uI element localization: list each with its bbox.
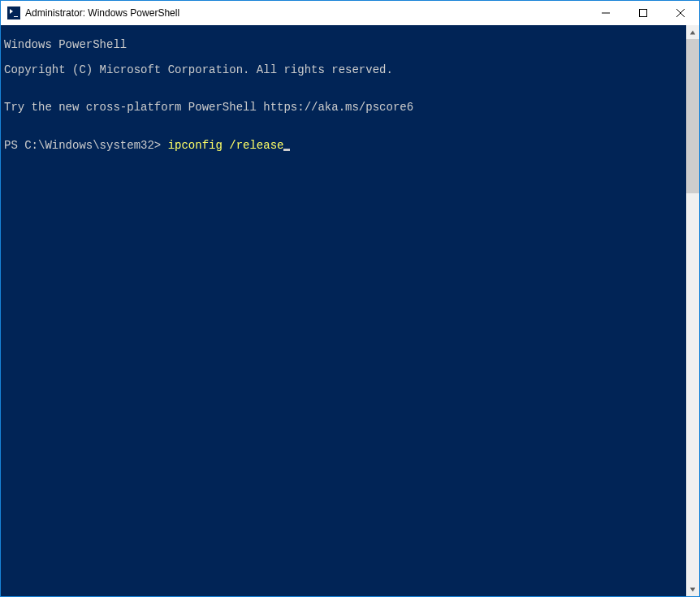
- cursor: [283, 149, 290, 151]
- scroll-down-button[interactable]: [686, 582, 699, 596]
- output-line: Try the new cross-platform PowerShell ht…: [4, 102, 683, 114]
- svg-rect-1: [640, 10, 647, 17]
- terminal-container: Windows PowerShell Copyright (C) Microso…: [1, 25, 699, 596]
- prompt: PS C:\Windows\system32>: [4, 139, 168, 152]
- scroll-up-button[interactable]: [686, 25, 699, 39]
- output-line: Windows PowerShell: [4, 39, 683, 51]
- prompt-line: PS C:\Windows\system32> ipconfig /releas…: [4, 140, 683, 152]
- output-line: Copyright (C) Microsoft Corporation. All…: [4, 64, 683, 76]
- titlebar[interactable]: Administrator: Windows PowerShell: [1, 1, 699, 25]
- command-arg: /release: [223, 139, 284, 152]
- scrollbar-track[interactable]: [686, 39, 699, 582]
- close-button[interactable]: [662, 1, 699, 25]
- scrollbar-thumb[interactable]: [686, 39, 699, 193]
- maximize-button[interactable]: [624, 1, 662, 25]
- scrollbar[interactable]: [686, 25, 699, 596]
- svg-marker-4: [690, 30, 695, 34]
- command: ipconfig: [168, 139, 223, 152]
- minimize-button[interactable]: [587, 1, 624, 25]
- terminal[interactable]: Windows PowerShell Copyright (C) Microso…: [1, 25, 686, 596]
- window-title: Administrator: Windows PowerShell: [25, 7, 587, 19]
- window-controls: [587, 1, 699, 25]
- svg-marker-5: [690, 587, 695, 591]
- powershell-icon: [7, 6, 20, 19]
